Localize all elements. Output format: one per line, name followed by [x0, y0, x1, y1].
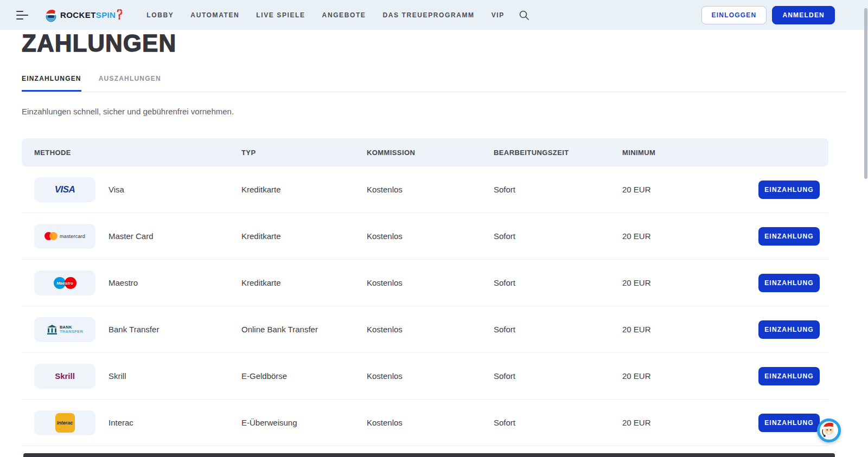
method-minimum: 20 EUR [622, 371, 758, 381]
table-header-row: METHODE TYP KOMMISSION BEARBEITUNGSZEIT … [22, 138, 828, 166]
method-commission: Kostenlos [367, 371, 494, 381]
santa-avatar-icon [819, 420, 839, 441]
table-row-visa: VISA Visa Kreditkarte Kostenlos Sofort 2… [22, 166, 828, 213]
login-button[interactable]: EINLOGGEN [701, 6, 767, 24]
table-row-skrill: Skrill Skrill E-Geldbörse Kostenlos Sofo… [22, 353, 828, 400]
interac-hand-icon: ☝ [58, 427, 63, 432]
method-processing-time: Sofort [494, 371, 622, 381]
method-type: Online Bank Transfer [241, 325, 367, 334]
payment-methods-table: METHODE TYP KOMMISSION BEARBEITUNGSZEIT … [22, 138, 828, 446]
deposit-button[interactable]: EINZAHLUNG [758, 414, 820, 432]
method-name: Bank Transfer [108, 325, 241, 334]
main-nav: LOBBY AUTOMATEN LIVE SPIELE ANGEBOTE DAS… [146, 11, 504, 19]
nav-item-lobby[interactable]: LOBBY [146, 11, 174, 19]
nav-item-treueprogramm[interactable]: DAS TREUEPROGRAMM [382, 11, 474, 19]
method-commission: Kostenlos [367, 278, 494, 287]
logo-wordmark: ROCKETSPIN [60, 10, 116, 20]
column-header-kommission: KOMMISSION [367, 149, 494, 157]
method-type: E-Überweisung [241, 418, 367, 427]
hamburger-menu-icon[interactable] [16, 11, 28, 20]
nav-item-live-spiele[interactable]: LIVE SPIELE [256, 11, 305, 19]
method-processing-time: Sofort [494, 231, 622, 241]
top-navigation-bar: ROCKETSPIN LOBBY AUTOMATEN LIVE SPIELE A… [0, 0, 868, 30]
tab-einzahlungen[interactable]: EINZAHLUNGEN [22, 75, 81, 92]
table-row-mastercard: mastercard Master Card Kreditkarte Koste… [22, 213, 828, 260]
maestro-logo: Maestro [34, 271, 95, 295]
visa-logo: VISA [34, 177, 95, 202]
method-name: Maestro [108, 278, 241, 287]
rocketspin-payments-page: ROCKETSPIN LOBBY AUTOMATEN LIVE SPIELE A… [0, 0, 868, 457]
support-chat-widget[interactable] [817, 419, 841, 442]
mastercard-orange-circle [49, 232, 58, 240]
interac-logo: Interac ☝ [34, 410, 95, 435]
method-type: E-Geldbörse [241, 371, 367, 381]
bank-building-icon [47, 324, 58, 335]
method-type: Kreditkarte [241, 185, 367, 194]
method-commission: Kostenlos [367, 185, 494, 194]
method-name: Interac [108, 418, 241, 427]
bank-transfer-logo: BANK TRANSFER [34, 317, 95, 342]
footer-edge [23, 453, 835, 457]
deposit-button[interactable]: EINZAHLUNG [758, 367, 820, 385]
rocketspin-logo[interactable]: ROCKETSPIN [43, 8, 123, 23]
nav-item-vip[interactable]: VIP [492, 11, 505, 19]
table-row-maestro: Maestro Maestro Kreditkarte Kostenlos So… [22, 260, 828, 306]
page-description: Einzahlungen schnell, sicher und gebühre… [22, 107, 234, 116]
column-header-methode: METHODE [34, 149, 241, 157]
deposit-button[interactable]: EINZAHLUNG [758, 320, 820, 339]
table-row-interac: Interac ☝ Interac E-Überweisung Kostenlo… [22, 400, 828, 446]
skrill-logo: Skrill [34, 364, 95, 389]
mastercard-logo: mastercard [34, 224, 95, 249]
method-type: Kreditkarte [241, 278, 367, 287]
method-minimum: 20 EUR [622, 418, 758, 427]
method-processing-time: Sofort [494, 325, 622, 334]
deposit-button[interactable]: EINZAHLUNG [758, 181, 820, 199]
column-header-bearbeitungszeit: BEARBEITUNGSZEIT [494, 149, 622, 157]
method-name: Master Card [108, 231, 241, 241]
nav-item-automaten[interactable]: AUTOMATEN [190, 11, 239, 19]
register-button[interactable]: ANMELDEN [772, 6, 835, 24]
method-type: Kreditkarte [241, 231, 367, 241]
method-name: Visa [108, 185, 241, 194]
method-commission: Kostenlos [367, 325, 494, 334]
column-header-typ: TYP [241, 149, 367, 157]
method-minimum: 20 EUR [622, 325, 758, 334]
vertical-scrollbar[interactable] [864, 8, 867, 179]
method-commission: Kostenlos [367, 231, 494, 241]
method-processing-time: Sofort [494, 278, 622, 287]
tab-auszahlungen[interactable]: AUSZAHLUNGEN [99, 75, 161, 92]
candy-cane-icon [116, 9, 123, 21]
method-minimum: 20 EUR [622, 185, 758, 194]
deposit-button[interactable]: EINZAHLUNG [758, 227, 820, 246]
table-row-bank-transfer: BANK TRANSFER Bank Transfer Online Bank … [22, 306, 828, 353]
santa-rocketman-icon [43, 8, 59, 23]
method-processing-time: Sofort [494, 418, 622, 427]
method-minimum: 20 EUR [622, 231, 758, 241]
column-header-minimum: MINIMUM [622, 149, 758, 157]
method-minimum: 20 EUR [622, 278, 758, 287]
page-title: ZAHLUNGEN [22, 30, 176, 57]
deposit-button[interactable]: EINZAHLUNG [758, 274, 820, 292]
payments-tabs: EINZAHLUNGEN AUSZAHLUNGEN [22, 75, 846, 92]
nav-item-angebote[interactable]: ANGEBOTE [322, 11, 366, 19]
method-processing-time: Sofort [494, 185, 622, 194]
method-name: Skrill [108, 371, 241, 381]
method-commission: Kostenlos [367, 418, 494, 427]
search-icon[interactable] [519, 10, 529, 21]
auth-buttons: EINLOGGEN ANMELDEN [701, 6, 835, 24]
